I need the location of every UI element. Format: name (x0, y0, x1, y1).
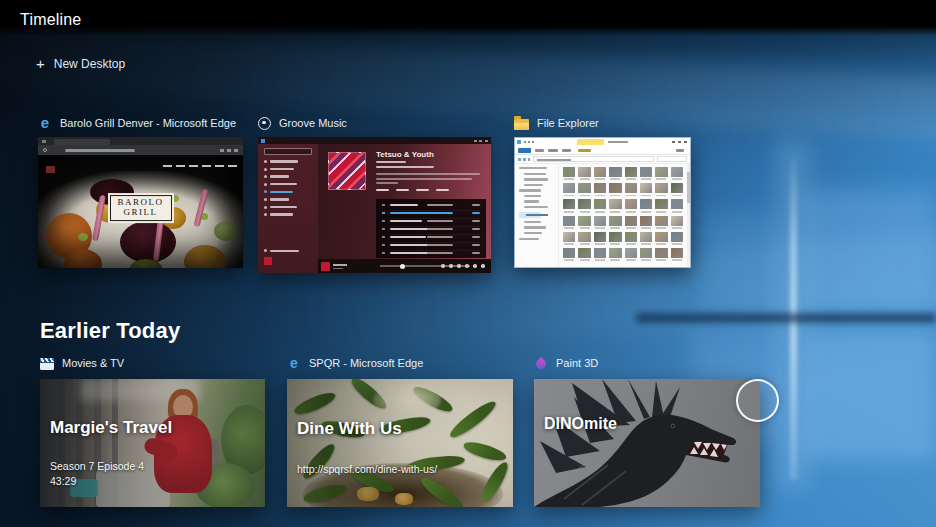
activity-card-spqr-edge[interactable]: e SPQR - Microsoft Edge Dine With Us htt… (287, 355, 513, 507)
tree-item (524, 206, 548, 208)
photo-thumbnail (671, 216, 683, 229)
groove-window-thumbnail[interactable]: Tetsuo & Youth (258, 137, 491, 273)
text-shade-overlay (287, 379, 513, 507)
photo-thumbnail (609, 216, 621, 229)
tree-item (524, 200, 539, 202)
photo-thumbnail (563, 183, 575, 196)
progress-knob (400, 264, 405, 269)
activity-card-paint3d[interactable]: Paint 3D (534, 355, 760, 507)
groove-sidebar-item (264, 183, 312, 186)
explorer-search-box (657, 156, 687, 162)
photo-thumbnail (640, 216, 652, 229)
photo-thumbnail (655, 232, 667, 245)
folder-icon (514, 119, 529, 130)
photo-thumbnail (609, 199, 621, 212)
photo-thumbnail (594, 248, 606, 261)
browser-tab-bar (38, 137, 243, 145)
spqr-card-image[interactable]: Dine With Us http://spqrsf.com/dine-with… (287, 379, 513, 507)
now-playing-art (264, 257, 272, 265)
photo-thumbnail (609, 232, 621, 245)
groove-sidebar-item (264, 160, 312, 163)
tree-item (524, 178, 548, 180)
photo-thumbnail (655, 248, 667, 261)
tree-item (524, 226, 546, 228)
photo-thumbnail (640, 167, 652, 180)
now-playing-thumb (321, 262, 330, 271)
new-desktop-button[interactable]: + New Desktop (36, 57, 125, 71)
file-tab (518, 148, 531, 154)
browser-buttons (220, 149, 238, 152)
photo-thumbnail (640, 183, 652, 196)
photo-thumbnail (655, 216, 667, 229)
window-header: Groove Music (258, 115, 491, 131)
new-desktop-label: New Desktop (54, 57, 125, 71)
photo-thumbnail (563, 232, 575, 245)
groove-track-row (382, 250, 480, 254)
groove-track-row (382, 203, 480, 206)
scrollbar (687, 164, 690, 267)
photo-thumbnail (609, 167, 621, 180)
tree-item (519, 167, 547, 169)
movies-card-image[interactable]: Margie's Travel Season 7 Episode 4 43:29 (40, 379, 265, 507)
groove-track-row (382, 234, 480, 238)
windows-logo-vertical-bar (790, 150, 797, 480)
window-title: File Explorer (537, 117, 599, 129)
groove-sidebar-item (264, 213, 312, 216)
photo-thumbnail (594, 199, 606, 212)
paint3d-card-image[interactable]: DINOmite (534, 379, 760, 507)
activity-duration: 43:29 (50, 475, 76, 487)
photo-thumbnail (625, 167, 637, 180)
window-groove-music[interactable]: Groove Music Tetsuo & Youth (258, 115, 491, 273)
photo-thumbnail (625, 183, 637, 196)
groove-track-row (382, 226, 480, 230)
now-playing-text (333, 264, 347, 266)
track-list (376, 199, 486, 258)
photo-thumbnail (563, 248, 575, 261)
photo-thumbnail (640, 232, 652, 245)
photo-thumbnail (594, 216, 606, 229)
photo-thumbnail (563, 167, 575, 180)
webpage-food-photo: BAROLO GRILL (38, 155, 243, 268)
windows-logo-pane (802, 190, 936, 308)
window-edge-barolo[interactable]: e Barolo Grill Denver - Microsoft Edge (38, 115, 243, 268)
tree-item (519, 238, 539, 240)
logo-line2: GRILL (117, 208, 163, 217)
activity-card-movies-tv[interactable]: Movies & TV Margie's Travel Season 7 Epi… (40, 355, 265, 507)
card-header: Paint 3D (534, 355, 760, 371)
tree-item (524, 221, 541, 223)
edge-icon: e (38, 116, 52, 130)
groove-menu (264, 160, 312, 249)
activity-url: http://spqrsf.com/dine-with-us/ (297, 463, 437, 475)
window-file-explorer[interactable]: File Explorer (514, 115, 691, 268)
breadcrumb (533, 156, 654, 162)
site-nav-menu (163, 165, 237, 167)
movies-tv-icon (40, 358, 54, 370)
photo-thumbnail (578, 232, 590, 245)
now-playing-text (333, 268, 343, 270)
dinosaur-model (534, 379, 760, 507)
album-action-buttons (376, 189, 449, 191)
section-heading: Earlier Today (40, 318, 180, 344)
site-logo (46, 166, 55, 173)
groove-track-row (382, 242, 480, 246)
photo-grid (559, 164, 687, 267)
window-header: File Explorer (514, 115, 691, 131)
photo-thumbnail (625, 248, 637, 261)
groove-titlebar (258, 137, 491, 144)
photo-thumbnail (640, 199, 652, 212)
explorer-window-thumbnail[interactable] (514, 137, 691, 268)
edge-window-thumbnail[interactable]: BAROLO GRILL (38, 137, 243, 268)
photo-thumbnail (625, 216, 637, 229)
photo-thumbnail (671, 248, 683, 261)
album-description (376, 173, 480, 175)
album-meta (376, 166, 434, 168)
picture-tools-tab (577, 139, 604, 144)
album-description (376, 178, 472, 180)
album-title: Tetsuo & Youth (376, 150, 434, 159)
tree-item (524, 173, 546, 175)
groove-sidebar-item (264, 206, 312, 209)
url-text (65, 149, 135, 152)
groove-main-pane: Tetsuo & Youth (318, 144, 491, 273)
photo-thumbnail (563, 216, 575, 229)
card-header: e SPQR - Microsoft Edge (287, 355, 513, 371)
